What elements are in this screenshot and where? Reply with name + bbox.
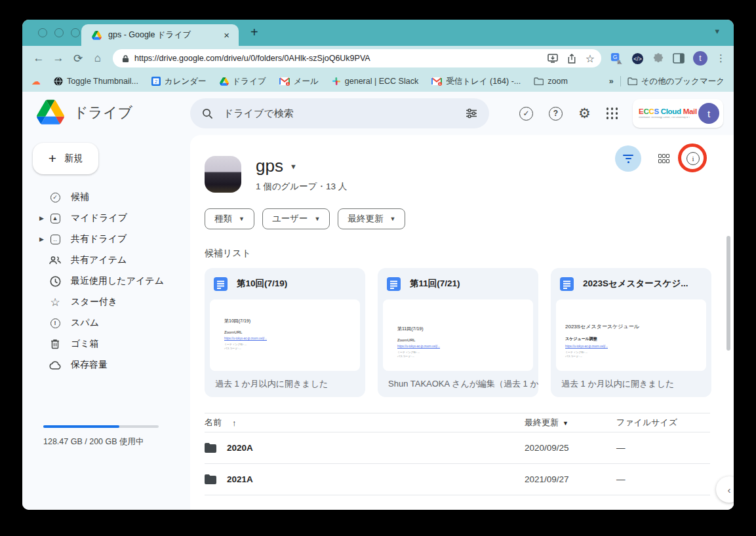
gmail-icon: 1 (279, 77, 290, 86)
google-docs-icon (214, 277, 228, 291)
suggestions-title: 候補リスト (205, 248, 251, 259)
sidebar-item-starred[interactable]: ☆スター付き (22, 292, 190, 313)
browser-toolbar: ← → ⟳ ⌂ https://drive.google.com/drive/u… (22, 46, 734, 71)
share-icon[interactable] (567, 54, 576, 64)
translate-icon[interactable]: GA (610, 52, 623, 65)
bookmark-toggle-thumbnail[interactable]: Toggle Thumbnail... (54, 77, 138, 86)
cloud-icon: ☁ (31, 76, 41, 86)
google-docs-icon (560, 277, 574, 291)
new-button[interactable]: +新規 (33, 143, 98, 174)
folder-icon (205, 474, 216, 484)
view-actions: i (615, 144, 700, 173)
card-reason: 過去 1 か月以内に開きました (551, 371, 711, 397)
file-card[interactable]: 2023Sセメスタースケジ... 2023Sセメスタースケジュール スケジュール… (551, 268, 711, 397)
chip-modified[interactable]: 最終更新▼ (338, 208, 405, 229)
chevron-down-icon[interactable]: ▼ (290, 163, 297, 170)
table-row[interactable]: 2020A 2020/09/25 — (205, 432, 710, 464)
drive-favicon-icon (92, 31, 102, 40)
address-bar[interactable]: https://drive.google.com/drive/u/0/folde… (113, 49, 601, 67)
chip-people[interactable]: ユーザー▼ (262, 208, 330, 229)
bookmark-mail[interactable]: 1メール (279, 76, 319, 87)
offline-status-icon[interactable]: ✓ (519, 107, 533, 121)
drive-header: ドライブ ドライブで検索 ✓ ? ⚙ ECCS Cloud Mail Infor… (22, 92, 734, 135)
expand-arrow-icon[interactable]: ▶ (39, 236, 44, 242)
drive-logo-icon[interactable] (37, 100, 64, 124)
info-icon[interactable]: i (686, 152, 700, 165)
sidebar-item-suggestions[interactable]: ✓候補 (22, 187, 190, 208)
side-panel-icon[interactable] (673, 53, 685, 64)
browser-menu-icon[interactable]: ⋮ (716, 52, 726, 64)
home-icon[interactable]: ⌂ (88, 52, 108, 65)
reload-icon[interactable]: ⟳ (68, 52, 88, 66)
bookmarks-bar: ☁ Toggle Thumbnail... 2カレンダー ドライブ 1メール g… (22, 71, 734, 92)
browser-avatar[interactable]: t (693, 51, 707, 66)
cloud-storage-icon (49, 361, 62, 370)
bookmark-cloud[interactable]: ☁ (31, 76, 41, 86)
sidebar-item-spam[interactable]: !スパム (22, 313, 190, 334)
search-options-icon[interactable] (466, 108, 477, 119)
google-docs-icon (387, 277, 401, 291)
grid-view-icon[interactable] (658, 154, 669, 163)
expand-arrow-icon[interactable]: ▶ (39, 215, 44, 221)
sidebar-item-shared-drives[interactable]: ▶‥共有ドライブ (22, 229, 190, 250)
sidebar-item-trash[interactable]: ゴミ箱 (22, 334, 190, 354)
account-chip[interactable]: ECCS Cloud Mail Information Technology C… (633, 99, 723, 128)
filter-button[interactable] (615, 145, 641, 172)
close-window-button[interactable] (38, 28, 47, 37)
bookmark-inbox[interactable]: 1受信トレイ (164) -... (431, 76, 521, 87)
scrollbar-thumb[interactable] (726, 236, 730, 351)
folder-meta: 1 個のグループ・13 人 (256, 181, 347, 193)
browser-tab[interactable]: gps - Google ドライブ × (81, 24, 239, 46)
table-row[interactable]: 2021A 2021/09/27 — (205, 464, 710, 495)
svg-text:</>: </> (633, 55, 641, 62)
drive-app: ドライブ ドライブで検索 ✓ ? ⚙ ECCS Cloud Mail Infor… (22, 92, 734, 510)
side-panel-toggle[interactable]: ‹ (716, 476, 734, 503)
bookmark-calendar[interactable]: 2カレンダー (151, 76, 207, 87)
maximize-window-button[interactable] (71, 28, 80, 37)
bookmark-slack[interactable]: general | ECC Slack (332, 77, 418, 86)
tab-search-chevron-icon[interactable]: ▾ (715, 26, 719, 36)
storage-usage-text: 128.47 GB / 200 GB 使用中 (43, 436, 144, 448)
plus-icon: + (49, 151, 56, 166)
help-icon[interactable]: ? (549, 107, 563, 121)
sort-ascending-icon[interactable]: ↑ (232, 418, 237, 428)
tab-close-icon[interactable]: × (221, 29, 232, 41)
back-icon[interactable]: ← (29, 52, 49, 65)
col-size[interactable]: ファイルサイズ (616, 417, 702, 429)
drive-search-bar[interactable]: ドライブで検索 (190, 98, 489, 128)
file-card[interactable]: 第10回(7/19) 第10回(7/19) ZoomURL https://u-… (205, 268, 365, 397)
folder-title[interactable]: gps▼ (256, 156, 297, 176)
sidebar-item-storage[interactable]: 保存容量 (22, 354, 190, 375)
doc-preview: 2023Sセメスタースケジュール スケジュール調整 https://u-toky… (556, 299, 706, 371)
chip-type[interactable]: 種類▼ (205, 208, 254, 229)
folder-icon (205, 443, 216, 453)
sidebar-item-recent[interactable]: 最近使用したアイテム (22, 271, 190, 292)
tab-title: gps - Google ドライブ (108, 29, 221, 41)
other-bookmarks[interactable]: その他のブックマーク (627, 76, 725, 87)
drive-main: gps▼ 1 個のグループ・13 人 i 種類▼ ユーザー▼ 最終更新▼ 候補リ… (190, 135, 734, 510)
settings-gear-icon[interactable]: ⚙ (578, 105, 591, 121)
suggested-files: 第10回(7/19) 第10回(7/19) ZoomURL https://u-… (205, 268, 711, 397)
file-card[interactable]: 第11回(7/21) 第11回(7/19) ZoomURL https://u-… (378, 268, 538, 397)
col-name[interactable]: 名前 (205, 417, 222, 429)
bookmark-drive[interactable]: ドライブ (220, 76, 266, 87)
sidebar-item-my-drive[interactable]: ▶▲マイドライブ (22, 208, 190, 229)
col-modified[interactable]: 最終更新▼ (525, 417, 616, 429)
bookmark-zoom-folder[interactable]: zoom (534, 77, 568, 86)
account-avatar[interactable]: t (698, 103, 719, 124)
extensions-puzzle-icon[interactable] (652, 52, 664, 64)
sidebar-nav: ✓候補 ▶▲マイドライブ ▶‥共有ドライブ 共有アイテム 最近使用したアイテム … (22, 187, 190, 375)
forward-icon[interactable]: → (49, 52, 68, 65)
storage-progress-fill (43, 425, 119, 428)
sidebar-item-shared-with-me[interactable]: 共有アイテム (22, 250, 190, 271)
bookmarks-overflow-icon[interactable]: » (609, 77, 614, 86)
install-icon[interactable] (547, 54, 558, 63)
bookmark-star-icon[interactable]: ☆ (586, 52, 595, 65)
extension-adblock-icon[interactable]: </> (631, 52, 644, 65)
new-tab-button[interactable]: + (250, 25, 258, 40)
google-apps-icon[interactable] (607, 107, 618, 119)
folder-avatar (205, 156, 241, 193)
minimize-window-button[interactable] (54, 28, 64, 37)
card-reason: Shun TAKAOKA さんが編集（過去 1 か... (378, 371, 538, 397)
titlebar: gps - Google ドライブ × + ▾ (22, 20, 734, 46)
